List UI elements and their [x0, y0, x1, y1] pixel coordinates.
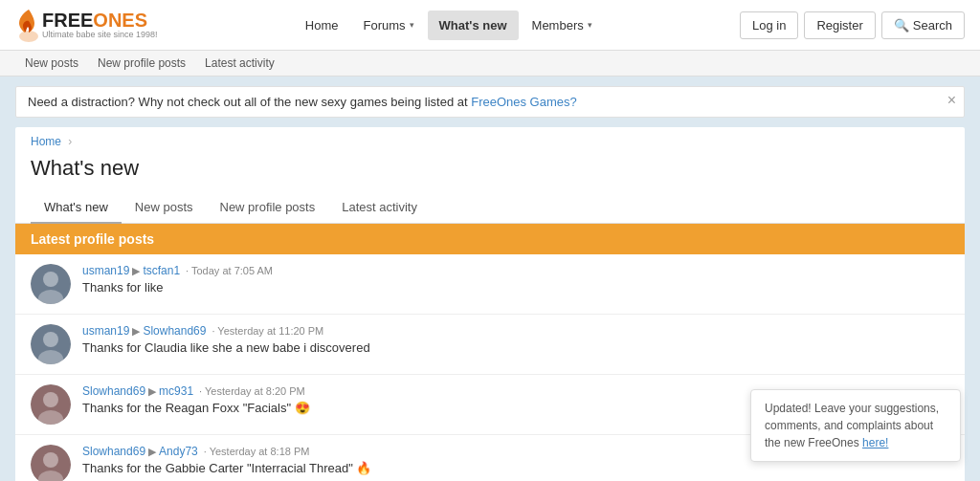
post-direction-arrow: ▶ [148, 385, 156, 398]
post-content: Thanks for Claudia like she a new babe i… [82, 340, 949, 355]
search-label: Search [913, 18, 952, 33]
post-from-user[interactable]: Slowhand69 [82, 384, 145, 398]
login-label: Log in [752, 18, 786, 33]
nav-forums-arrow: ▾ [410, 20, 414, 30]
breadcrumb-home[interactable]: Home [31, 135, 61, 148]
nav-members-label: Members [532, 18, 584, 33]
post-from-user[interactable]: Slowhand69 [82, 445, 145, 458]
nav-members[interactable]: Members ▾ [521, 11, 604, 40]
register-label: Register [816, 18, 862, 33]
avatar [31, 384, 71, 425]
alert-text: Need a distraction? Why not check out al… [28, 95, 471, 109]
profile-post-0: usman19 ▶ tscfan1 · Today at 7:05 AM Tha… [15, 254, 965, 315]
logo-tagline: Ultimate babe site since 1998! [42, 31, 158, 40]
post-time: · Today at 7:05 AM [186, 265, 273, 276]
svg-point-8 [43, 392, 58, 407]
section-title: Latest profile posts [31, 231, 154, 247]
post-from-user[interactable]: usman19 [82, 324, 129, 338]
sub-nav-latest-activity[interactable]: Latest activity [195, 51, 284, 76]
svg-point-11 [43, 452, 58, 468]
register-button[interactable]: Register [804, 11, 875, 39]
svg-point-5 [43, 332, 58, 347]
site-logo[interactable]: FREE ONES Ultimate babe site since 1998! [15, 8, 158, 42]
sub-nav-new-profile-posts[interactable]: New profile posts [88, 51, 195, 76]
tab-new-posts[interactable]: New posts [122, 192, 207, 224]
post-direction-arrow: ▶ [132, 265, 140, 277]
post-content: Thanks for like [82, 280, 949, 295]
post-meta: usman19 ▶ Slowhand69 · Yesterday at 11:2… [82, 324, 949, 338]
post-content: Thanks for the Gabbie Carter "Interracia… [82, 461, 949, 475]
logo-ones: ONES [93, 10, 147, 31]
section-header: Latest profile posts [15, 224, 965, 254]
search-button[interactable]: 🔍 Search [881, 11, 965, 39]
post-from-user[interactable]: usman19 [82, 264, 129, 277]
post-time: · Yesterday at 8:18 PM [204, 446, 310, 457]
tab-latest-activity[interactable]: Latest activity [328, 192, 431, 224]
flame-icon [15, 8, 42, 42]
avatar [31, 324, 71, 364]
alert-link[interactable]: FreeOnes Games? [471, 95, 577, 109]
nav-whats-new-label: What's new [439, 18, 507, 33]
logo-free: FREE [42, 10, 93, 31]
tab-whats-new[interactable]: What's new [31, 192, 122, 224]
post-to-user[interactable]: mc931 [159, 384, 193, 398]
post-to-user[interactable]: Andy73 [159, 445, 198, 458]
logo-text: FREE ONES Ultimate babe site since 1998! [42, 10, 158, 40]
post-body: usman19 ▶ tscfan1 · Today at 7:05 AM Tha… [82, 264, 949, 295]
breadcrumb-separator: › [68, 135, 72, 148]
page-title: What's new [15, 152, 965, 192]
search-icon: 🔍 [894, 18, 909, 33]
nav-forums-label: Forums [363, 18, 405, 33]
toast-link[interactable]: here! [862, 436, 888, 449]
post-time: · Yesterday at 11:20 PM [212, 325, 323, 337]
post-to-user[interactable]: Slowhand69 [143, 324, 206, 338]
nav-forums[interactable]: Forums ▾ [351, 11, 425, 40]
alert-banner: Need a distraction? Why not check out al… [15, 86, 965, 118]
post-direction-arrow: ▶ [132, 325, 140, 338]
profile-post-1: usman19 ▶ Slowhand69 · Yesterday at 11:2… [15, 315, 965, 375]
top-bar: FREE ONES Ultimate babe site since 1998!… [0, 0, 980, 51]
svg-point-2 [43, 272, 58, 287]
nav-home-label: Home [305, 18, 339, 33]
svg-point-0 [19, 31, 38, 42]
avatar [31, 264, 71, 304]
toast-notification: Updated! Leave your suggestions, comment… [750, 389, 961, 462]
post-meta: usman19 ▶ tscfan1 · Today at 7:05 AM [82, 264, 949, 277]
nav-whats-new[interactable]: What's new [428, 11, 519, 40]
sub-nav-new-posts[interactable]: New posts [15, 51, 88, 76]
content-tabs: What's new New posts New profile posts L… [15, 192, 965, 224]
top-right-actions: Log in Register 🔍 Search [740, 11, 965, 39]
tab-new-profile-posts[interactable]: New profile posts [207, 192, 329, 224]
logo-area: FREE ONES Ultimate babe site since 1998! [15, 8, 158, 42]
post-time: · Yesterday at 8:20 PM [199, 385, 305, 397]
main-nav: Home Forums ▾ What's new Members ▾ [294, 11, 604, 40]
post-to-user[interactable]: tscfan1 [143, 264, 180, 277]
sub-nav: New posts New profile posts Latest activ… [0, 51, 980, 77]
avatar [31, 445, 71, 481]
login-button[interactable]: Log in [740, 11, 798, 39]
post-direction-arrow: ▶ [148, 446, 156, 458]
alert-close-button[interactable]: × [947, 93, 956, 108]
breadcrumb: Home › [15, 127, 965, 152]
nav-members-arrow: ▾ [588, 20, 592, 30]
nav-home[interactable]: Home [294, 11, 350, 40]
post-body: usman19 ▶ Slowhand69 · Yesterday at 11:2… [82, 324, 949, 355]
